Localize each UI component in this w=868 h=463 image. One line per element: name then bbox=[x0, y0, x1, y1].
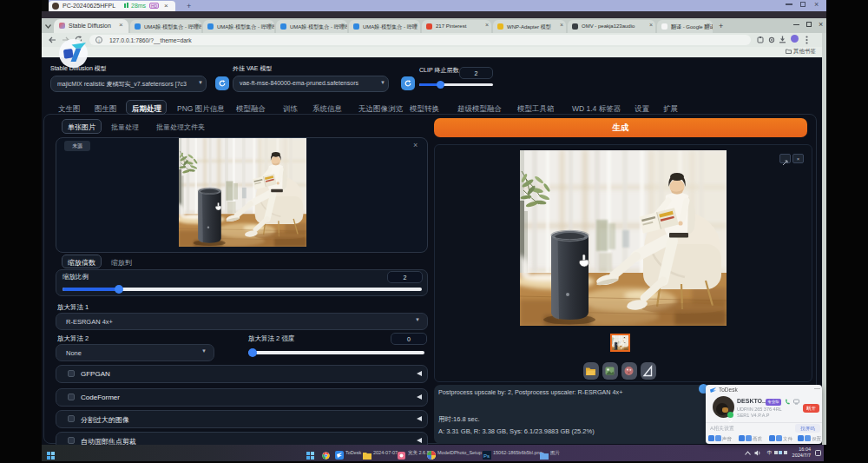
svg-text:Ps: Ps bbox=[483, 453, 490, 459]
